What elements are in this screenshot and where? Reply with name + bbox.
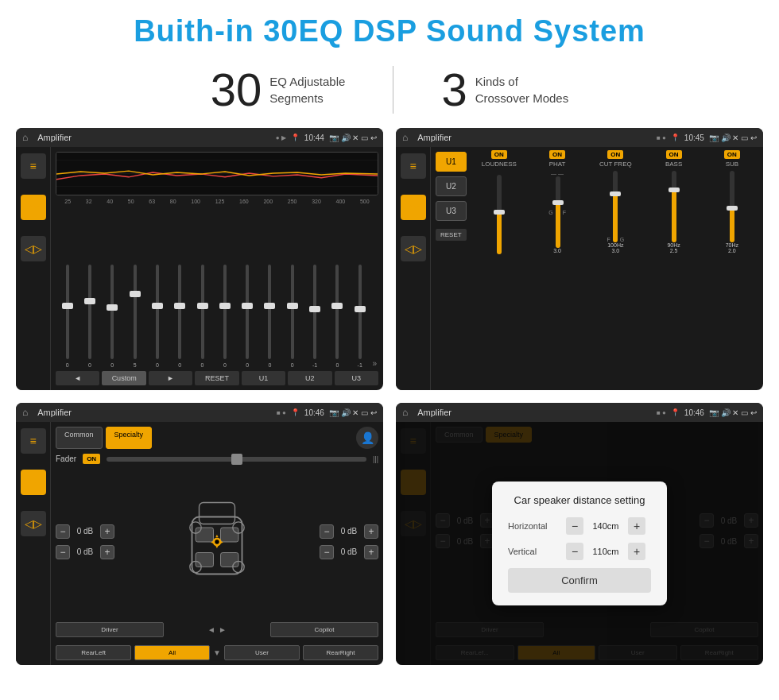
bass-on[interactable]: ON [666, 150, 682, 159]
horizontal-label: Horizontal [508, 521, 560, 531]
screen3-time: 10:46 [304, 408, 324, 417]
fl-minus[interactable]: − [56, 524, 70, 539]
sub-label: SUB [726, 160, 738, 168]
slider-1[interactable]: 0 [79, 265, 99, 368]
dialog-title: Car speaker distance setting [508, 494, 651, 506]
screen4-body: ≡ 〜 ◁▷ Common Specialty − 0 dB [396, 422, 763, 665]
screen1-location-icon: 📍 [291, 133, 300, 141]
rearright-btn[interactable]: RearRight [303, 645, 378, 660]
all-btn[interactable]: All [134, 645, 210, 660]
dialog-box: Car speaker distance setting Horizontal … [492, 481, 667, 605]
u2-btn[interactable]: U2 [288, 371, 331, 385]
amp-wave-icon[interactable]: 〜 [401, 195, 426, 220]
vertical-minus[interactable]: − [566, 543, 583, 560]
confirm-button[interactable]: Confirm [508, 568, 651, 593]
loudness-on[interactable]: ON [491, 150, 507, 159]
svg-text:◄: ◄ [210, 539, 214, 543]
screen2-amp-main: U1 U2 U3 RESET ON LOUDNESS [431, 147, 763, 390]
vertical-plus[interactable]: + [628, 543, 645, 560]
fader-track[interactable] [107, 457, 366, 462]
screen1-eq: ⌂ Amplifier ● ▶ 📍 10:44 📷 🔊 ✕ ▭ ↩ ≡ 〜 ◁▷ [16, 128, 383, 390]
slider-13[interactable]: -1 [350, 265, 370, 368]
reset-btn[interactable]: RESET [195, 371, 238, 385]
copilot-btn[interactable]: Copilot [270, 622, 378, 637]
rr-plus[interactable]: + [364, 545, 378, 559]
specialty-tab[interactable]: Specialty [106, 427, 153, 449]
fr-value: 0 dB [337, 527, 361, 536]
horizontal-plus[interactable]: + [628, 517, 645, 535]
rl-value: 0 dB [73, 547, 97, 556]
cutfreq-on[interactable]: ON [607, 150, 623, 159]
spk-eq-icon[interactable]: ≡ [21, 428, 46, 454]
screens-grid: ⌂ Amplifier ● ▶ 📍 10:44 📷 🔊 ✕ ▭ ↩ ≡ 〜 ◁▷ [0, 128, 779, 665]
slider-6[interactable]: 0 [192, 265, 212, 368]
spk-wave-icon[interactable]: 〜 [21, 470, 46, 495]
car-diagram: ▲ ▼ ◄ ► [119, 469, 315, 614]
rl-plus[interactable]: + [100, 545, 114, 559]
channel-cutfreq: ON CUT FREQ F G 100Hz 3.0 [587, 150, 643, 387]
svg-rect-9 [221, 552, 239, 567]
spk-vol-icon[interactable]: ◁▷ [21, 511, 46, 536]
amp-reset-btn[interactable]: RESET [436, 229, 467, 241]
slider-5[interactable]: 0 [170, 265, 190, 368]
screen2-status-bar: ⌂ Amplifier ■ ● 📍 10:45 📷 🔊 ✕ ▭ ↩ [396, 128, 763, 147]
fl-plus[interactable]: + [100, 524, 114, 539]
user-btn[interactable]: User [224, 645, 300, 660]
screen2-home-icon[interactable]: ⌂ [402, 132, 408, 143]
u3-select[interactable]: U3 [436, 201, 467, 221]
stats-row: 30 EQ Adjustable Segments 3 Kinds of Cro… [0, 56, 779, 128]
horizontal-minus[interactable]: − [566, 517, 583, 535]
svg-rect-8 [196, 552, 214, 567]
slider-2[interactable]: 0 [103, 265, 122, 368]
eq-stat: 30 EQ Adjustable Segments [163, 67, 393, 113]
slider-8[interactable]: 0 [238, 265, 258, 368]
rl-minus[interactable]: − [56, 545, 70, 559]
amp-eq-icon[interactable]: ≡ [401, 153, 426, 179]
horizontal-value: 140cm [590, 521, 622, 531]
phat-on[interactable]: ON [549, 150, 565, 159]
screen4-home-icon[interactable]: ⌂ [402, 407, 408, 418]
screen3-speaker-main: Common Specialty 👤 Fader ON ||| [51, 422, 383, 665]
play-btn[interactable]: ► [149, 371, 192, 385]
custom-btn[interactable]: Custom [102, 371, 145, 385]
screen3-body: ≡ 〜 ◁▷ Common Specialty 👤 Fader ON [16, 422, 383, 665]
u1-select[interactable]: U1 [436, 152, 467, 172]
slider-10[interactable]: 0 [282, 265, 302, 368]
u3-btn[interactable]: U3 [335, 371, 378, 385]
fr-plus[interactable]: + [364, 524, 378, 539]
rearleft-btn[interactable]: RearLeft [56, 645, 131, 660]
fr-minus[interactable]: − [320, 524, 334, 539]
u1-btn[interactable]: U1 [242, 371, 285, 385]
screen3-home-icon[interactable]: ⌂ [22, 407, 28, 418]
channel-phat: ON PHAT — — G F 3.0 [529, 150, 585, 387]
screen1-home-icon[interactable]: ⌂ [22, 132, 28, 143]
slider-11[interactable]: -1 [304, 265, 324, 368]
fader-on-toggle[interactable]: ON [83, 454, 100, 464]
sub-on[interactable]: ON [724, 150, 740, 159]
eq-number: 30 [211, 67, 262, 113]
wave-icon[interactable]: 〜 [21, 195, 46, 220]
fader-label: Fader [56, 454, 76, 463]
vol-block-fl: − 0 dB + [56, 524, 114, 539]
slider-12[interactable]: 0 [327, 265, 347, 368]
amp-vol-icon[interactable]: ◁▷ [401, 236, 426, 261]
slider-3[interactable]: 5 [125, 265, 145, 368]
u2-select[interactable]: U2 [436, 176, 467, 196]
driver-btn[interactable]: Driver [56, 622, 164, 637]
slider-9[interactable]: 0 [260, 265, 280, 368]
screen2-location-icon: 📍 [671, 133, 680, 141]
rr-minus[interactable]: − [320, 545, 334, 559]
svg-text:►: ► [220, 539, 224, 543]
slider-4[interactable]: 0 [147, 265, 167, 368]
slider-0[interactable]: 0 [57, 265, 77, 368]
eq-bottom-bar: ◄ Custom ► RESET U1 U2 U3 [56, 371, 378, 385]
screen3-dots: ■ ● [277, 409, 286, 416]
person-icon: 👤 [356, 427, 378, 449]
crossover-label: Kinds of Crossover Modes [475, 73, 569, 106]
screen2-status-icons: 📷 🔊 ✕ ▭ ↩ [709, 133, 757, 142]
eq-icon[interactable]: ≡ [21, 153, 46, 179]
slider-7[interactable]: 0 [215, 265, 234, 368]
common-tab[interactable]: Common [56, 427, 103, 449]
vol-icon[interactable]: ◁▷ [21, 236, 46, 261]
prev-btn[interactable]: ◄ [56, 371, 99, 385]
